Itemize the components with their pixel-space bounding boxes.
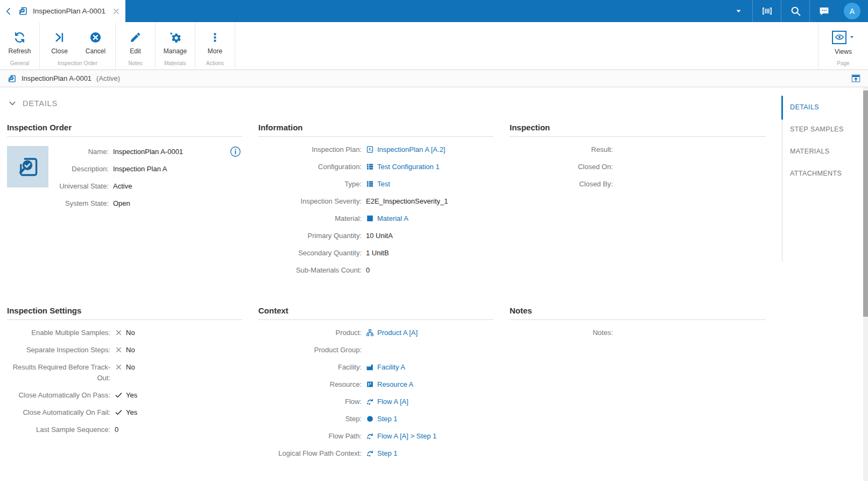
details-collapse-header[interactable]: DETAILS xyxy=(8,99,58,108)
button-label: Edit xyxy=(130,47,141,55)
topbar-dropdown-caret-icon[interactable] xyxy=(724,0,752,22)
field-value-link[interactable]: Flow A [A] xyxy=(377,396,408,407)
field-label: Separate Inspection Steps: xyxy=(7,345,115,355)
step-circle-icon xyxy=(366,415,374,423)
resource-icon xyxy=(366,380,374,388)
field-value: No xyxy=(126,345,135,355)
field-row: Product: Product A [A] xyxy=(258,327,493,338)
field-label: Name: xyxy=(48,147,113,157)
scrollbar-track[interactable] xyxy=(863,87,868,481)
field-value-link[interactable]: Facility A xyxy=(377,362,405,373)
toolbar-group-label: General xyxy=(0,60,39,69)
entity-title-bar: InspectionPlan A-0001 (Active) xyxy=(0,70,868,87)
tab-close-icon[interactable] xyxy=(112,8,120,15)
views-caret-icon[interactable] xyxy=(849,34,855,40)
field-label: Secondary Quantity: xyxy=(258,248,366,259)
section-title: Inspection Settings xyxy=(7,306,242,320)
scrollbar-thumb[interactable] xyxy=(863,90,868,317)
field-label: Step: xyxy=(258,414,366,424)
more-button[interactable]: More xyxy=(197,31,233,55)
search-icon[interactable] xyxy=(781,0,809,22)
field-row: Material: Material A xyxy=(258,213,493,224)
section-title: Information xyxy=(258,123,493,137)
flow-icon xyxy=(366,432,374,440)
field-value-link[interactable]: Flow A [A] > Step 1 xyxy=(377,431,436,442)
refresh-button[interactable]: Refresh xyxy=(2,31,38,55)
field-row: Results Required Before Track-Out: No xyxy=(7,362,242,384)
list-icon xyxy=(366,180,374,188)
close-button[interactable]: Close xyxy=(41,31,77,55)
cancel-icon xyxy=(89,31,102,44)
field-value-link[interactable]: Material A xyxy=(377,213,408,224)
field-row: Inspection Severity: E2E_InspectionSever… xyxy=(258,196,493,207)
inspection-plan-icon xyxy=(366,145,374,154)
views-button[interactable]: Views xyxy=(820,31,866,55)
user-avatar[interactable]: A xyxy=(844,3,860,19)
field-value: 0 xyxy=(115,424,118,435)
x-icon xyxy=(115,346,123,354)
section-context: Context Product: Product A [A] Product G… xyxy=(258,306,493,465)
field-label: Inspection Severity: xyxy=(258,196,366,207)
field-label: Primary Quantity: xyxy=(258,231,366,241)
button-label: More xyxy=(208,47,222,55)
field-row: Flow Path: Flow A [A] > Step 1 xyxy=(258,431,493,442)
field-row: Notes: xyxy=(510,327,766,338)
field-value-link[interactable]: Test Configuration 1 xyxy=(377,162,440,172)
page-section-nav: DETAILS STEP SAMPLES MATERIALS ATTACHMEN… xyxy=(790,96,844,184)
tab-title: InspectionPlan A-0001 xyxy=(33,7,105,15)
field-label: Material: xyxy=(258,213,366,224)
topbar-actions: A xyxy=(724,0,868,22)
field-row: Logical Flow Path Context: Step 1 xyxy=(258,448,493,459)
flow-icon xyxy=(366,398,374,406)
field-value-link[interactable]: Step 1 xyxy=(377,448,398,459)
nav-item-attachments[interactable]: ATTACHMENTS xyxy=(790,162,844,184)
button-label: Refresh xyxy=(8,47,31,55)
field-label: Sub-Materials Count: xyxy=(258,265,366,276)
field-value-link[interactable]: Product A [A] xyxy=(377,327,418,338)
section-title: Inspection xyxy=(510,123,766,137)
field-label: Type: xyxy=(258,179,366,190)
info-icon[interactable] xyxy=(230,146,241,157)
toolbar-spacer xyxy=(235,22,818,69)
nav-item-materials[interactable]: MATERIALS xyxy=(790,140,844,162)
field-label: Result: xyxy=(510,144,617,155)
field-row: Close Automatically On Fail: Yes xyxy=(7,407,242,418)
toolbar-group-label: Page xyxy=(818,60,868,69)
field-value: Inspection Plan A xyxy=(113,164,167,175)
field-row: Resource: Resource A xyxy=(258,379,493,390)
collapse-header-icon[interactable] xyxy=(851,73,861,83)
nav-item-details[interactable]: DETAILS xyxy=(790,96,844,118)
field-label: Description: xyxy=(48,164,113,175)
messages-icon[interactable] xyxy=(810,0,838,22)
field-row: Enable Multiple Samples: No xyxy=(7,327,242,338)
field-label: Closed On: xyxy=(510,162,617,172)
field-value-link[interactable]: InspectionPlan A [A.2] xyxy=(377,144,445,155)
field-value: 0 xyxy=(366,265,370,276)
field-row: Step: Step 1 xyxy=(258,414,493,424)
nav-item-step-samples[interactable]: STEP SAMPLES xyxy=(790,118,844,140)
field-value-link[interactable]: Resource A xyxy=(377,379,413,390)
x-icon xyxy=(115,363,123,371)
check-icon xyxy=(115,408,123,416)
manage-button[interactable]: Manage xyxy=(157,31,193,55)
field-value-link[interactable]: Test xyxy=(377,179,390,190)
back-chevron-icon[interactable] xyxy=(4,7,13,16)
field-label: Last Sample Sequence: xyxy=(7,424,115,435)
active-tab[interactable]: InspectionPlan A-0001 xyxy=(0,0,125,22)
field-label: Results Required Before Track-Out: xyxy=(7,362,115,384)
barcode-scan-icon[interactable] xyxy=(753,0,781,22)
field-label: Universal State: xyxy=(48,181,113,192)
field-row: Close Automatically On Pass: Yes xyxy=(7,390,242,401)
field-label: System State: xyxy=(48,198,113,209)
button-label: Close xyxy=(51,47,68,55)
toolbar-group-label: Materials xyxy=(156,60,195,69)
field-value-link[interactable]: Step 1 xyxy=(377,414,398,424)
field-label: Flow Path: xyxy=(258,431,366,442)
toolbar-group-general: Refresh General xyxy=(0,22,40,69)
cancel-button[interactable]: Cancel xyxy=(77,31,114,55)
field-row: Configuration: Test Configuration 1 xyxy=(258,162,493,172)
section-notes: Notes Notes: xyxy=(510,306,766,345)
button-label: Cancel xyxy=(86,47,105,55)
edit-button[interactable]: Edit xyxy=(117,31,153,55)
product-icon xyxy=(366,329,374,337)
